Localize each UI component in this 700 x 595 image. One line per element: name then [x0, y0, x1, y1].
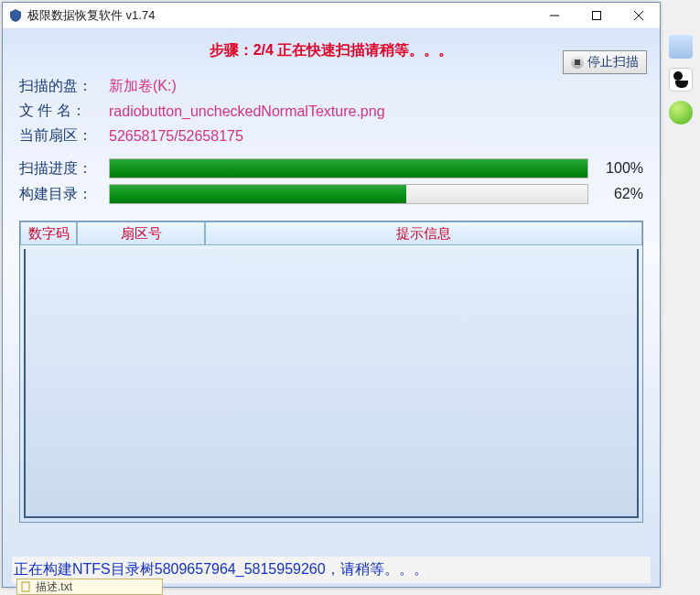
scan-progress-fill: [110, 159, 587, 178]
title-bar: 极限数据恢复软件 v1.74: [3, 3, 660, 28]
taskbar-item[interactable]: 描述.txt: [16, 579, 163, 595]
col-code[interactable]: 数字码: [20, 222, 77, 245]
maximize-button[interactable]: [576, 3, 618, 28]
step-label: 步骤：2/4 正在快速扫描请稍等。。。: [12, 41, 651, 60]
main-window: 极限数据恢复软件 v1.74 步骤：2/4 正在快速扫描请稍等。。。 停止扫描 …: [2, 2, 661, 588]
help-icon[interactable]: [669, 101, 693, 124]
file-value: radiobutton_uncheckedNormalTexture.png: [109, 103, 385, 120]
stop-icon: [571, 56, 584, 69]
window-title: 极限数据恢复软件 v1.74: [27, 7, 533, 24]
col-message[interactable]: 提示信息: [205, 222, 642, 245]
scan-progress-percent: 100%: [596, 160, 643, 177]
client-area: 步骤：2/4 正在快速扫描请稍等。。。 停止扫描 扫描的盘： 新加卷(K:) 文…: [3, 28, 660, 587]
qq-icon[interactable]: [669, 68, 693, 92]
disk-value: 新加卷(K:): [109, 77, 177, 96]
build-progress-bar: [109, 184, 588, 204]
file-label: 文 件 名：: [19, 102, 109, 121]
close-button[interactable]: [618, 3, 660, 28]
scan-progress-label: 扫描进度：: [19, 159, 109, 178]
build-progress-label: 构建目录：: [19, 185, 109, 204]
app-icon: [8, 8, 23, 23]
col-sector[interactable]: 扇区号: [77, 222, 205, 245]
scan-progress-bar: [109, 158, 588, 178]
sector-value: 52658175/52658175: [109, 128, 243, 145]
side-toolbar: [663, 35, 698, 124]
stop-scan-button[interactable]: 停止扫描: [563, 50, 647, 74]
minimize-button[interactable]: [533, 3, 576, 28]
tool-icon-1[interactable]: [669, 35, 693, 59]
build-progress-fill: [110, 185, 406, 203]
build-progress-percent: 62%: [596, 186, 643, 202]
svg-rect-0: [593, 11, 601, 19]
table-body: [24, 249, 639, 518]
document-icon: [21, 581, 32, 592]
sector-label: 当前扇区：: [19, 126, 109, 146]
log-table: 数字码 扇区号 提示信息: [19, 221, 643, 523]
disk-label: 扫描的盘：: [19, 77, 109, 96]
stop-label: 停止扫描: [587, 54, 639, 70]
table-header: 数字码 扇区号 提示信息: [20, 222, 642, 245]
svg-rect-1: [22, 582, 29, 591]
taskbar-item-label: 描述.txt: [36, 579, 72, 595]
